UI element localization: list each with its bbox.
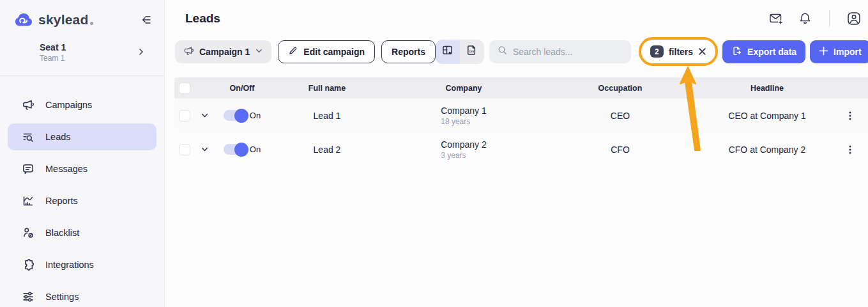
search-icon — [497, 45, 508, 58]
leads-table: On/Off Full name Company Occupation Head… — [174, 77, 868, 166]
plus-icon — [819, 46, 828, 58]
csv-view-button[interactable]: csv — [460, 40, 484, 64]
app-window: skylead Seat 1 Team 1 — [0, 0, 868, 307]
toggle-state-label: On — [250, 111, 261, 120]
sidebar-item-label: Integrations — [45, 260, 94, 270]
lead-toggle: On — [214, 144, 270, 155]
chevron-down-icon — [255, 47, 263, 57]
cell-headline: CEO at Company 1 — [697, 111, 837, 121]
cell-full-name: Lead 2 — [270, 145, 384, 155]
reports-button[interactable]: Reports — [381, 40, 436, 63]
column-header-fullname: Full name — [270, 84, 384, 93]
company-meta: 3 years — [441, 151, 487, 160]
import-label: Import — [834, 47, 862, 57]
megaphone-icon — [22, 98, 34, 111]
page-title: Leads — [185, 12, 220, 26]
clear-filters-icon[interactable] — [698, 47, 706, 56]
cell-occupation: CFO — [544, 145, 697, 155]
sidebar-top: skylead Seat 1 Team 1 — [0, 0, 164, 76]
toggle-switch[interactable] — [224, 144, 247, 155]
megaphone-icon — [183, 45, 194, 58]
pencil-icon — [288, 45, 298, 58]
annotation-highlight-ring: 2 filters — [639, 37, 718, 66]
select-all-checkbox[interactable] — [179, 83, 190, 94]
mail-plus-icon[interactable] — [768, 11, 784, 26]
cell-occupation: CEO — [544, 111, 697, 121]
cell-full-name: Lead 1 — [270, 111, 384, 121]
brand-name: skylead — [38, 12, 88, 28]
brand-dot — [90, 22, 93, 25]
row-menu-kebab-icon[interactable] — [841, 111, 859, 121]
sidebar-item-blacklist[interactable]: Blacklist — [8, 219, 156, 246]
sidebar-item-messages[interactable]: Messages — [8, 155, 156, 182]
campaign-selector-button[interactable]: Campaign 1 — [175, 40, 271, 63]
row-checkbox[interactable] — [179, 110, 190, 122]
page-header: Leads — [165, 0, 868, 32]
cell-company: Company 2 3 years — [384, 139, 544, 160]
column-header-onoff: On/Off — [214, 84, 270, 93]
filters-chip-label: filters — [669, 47, 693, 57]
export-icon — [731, 45, 742, 58]
export-data-label: Export data — [747, 47, 796, 57]
sidebar-collapse-icon[interactable] — [139, 13, 153, 27]
view-toggle: csv — [436, 40, 484, 64]
company-meta: 18 years — [441, 117, 487, 126]
row-expand-chevron-icon[interactable] — [195, 111, 214, 120]
seat-title: Seat 1 — [40, 42, 66, 52]
puzzle-icon — [22, 258, 34, 271]
sidebar-item-reports[interactable]: Reports — [8, 187, 156, 214]
row-checkbox[interactable] — [179, 144, 190, 155]
chevron-right-icon — [137, 47, 145, 58]
toggle-state-label: On — [250, 145, 261, 154]
main-content: Leads — [165, 0, 868, 307]
header-icons — [768, 10, 862, 27]
seat-selector[interactable]: Seat 1 Team 1 — [40, 42, 153, 63]
filters-count-badge: 2 — [650, 45, 664, 58]
sidebar-item-label: Blacklist — [45, 228, 79, 238]
row-expand-chevron-icon[interactable] — [195, 145, 214, 154]
csv-file-icon: csv — [466, 44, 478, 59]
sidebar-item-label: Campaigns — [45, 100, 92, 110]
table-header-row: On/Off Full name Company Occupation Head… — [174, 77, 868, 98]
sidebar-nav: Campaigns Leads — [0, 91, 164, 307]
sidebar-item-settings[interactable]: Settings — [8, 283, 156, 307]
edit-campaign-label: Edit campaign — [303, 47, 365, 57]
table-row: On Lead 1 Company 1 18 years CEO CEO at … — [174, 98, 868, 132]
bell-icon[interactable] — [798, 12, 812, 26]
sliders-icon — [22, 290, 34, 303]
sidebar-item-integrations[interactable]: Integrations — [8, 251, 156, 278]
toolbar: Campaign 1 Edit campaign Reports — [165, 32, 868, 74]
row-menu-kebab-icon[interactable] — [841, 145, 859, 155]
export-data-button[interactable]: Export data — [722, 40, 805, 63]
logo: skylead — [14, 10, 153, 29]
search-input[interactable] — [513, 47, 623, 57]
campaign-selector-label: Campaign 1 — [199, 47, 250, 57]
sidebar-item-campaigns[interactable]: Campaigns — [8, 91, 156, 118]
sidebar-item-label: Settings — [45, 292, 79, 302]
skylead-cloud-logo-icon — [14, 10, 33, 29]
column-header-headline: Headline — [697, 84, 837, 93]
cell-company: Company 1 18 years — [384, 106, 544, 126]
account-icon[interactable] — [846, 11, 862, 26]
table-row: On Lead 2 Company 2 3 years CFO CFO at C… — [174, 132, 868, 166]
filters-chip[interactable]: 2 filters — [643, 42, 713, 61]
company-name: Company 2 — [441, 139, 487, 150]
header-divider — [829, 10, 830, 27]
import-button[interactable]: Import — [810, 40, 868, 63]
toggle-switch[interactable] — [224, 110, 247, 121]
sidebar-item-leads[interactable]: Leads — [8, 123, 156, 150]
chat-bubble-icon — [22, 162, 34, 175]
table-settings-view-button[interactable] — [436, 40, 460, 64]
company-name: Company 1 — [441, 106, 487, 116]
chart-icon — [22, 194, 34, 207]
table-gear-icon — [441, 44, 453, 59]
cell-headline: CFO at Company 2 — [697, 145, 837, 155]
sidebar-item-label: Leads — [45, 132, 71, 142]
edit-campaign-button[interactable]: Edit campaign — [278, 40, 375, 63]
search-box — [489, 40, 631, 63]
column-header-company: Company — [384, 84, 544, 93]
seat-subtitle: Team 1 — [40, 54, 66, 63]
lead-toggle: On — [214, 110, 270, 121]
reports-label: Reports — [392, 47, 425, 57]
sidebar-item-label: Reports — [45, 196, 78, 206]
